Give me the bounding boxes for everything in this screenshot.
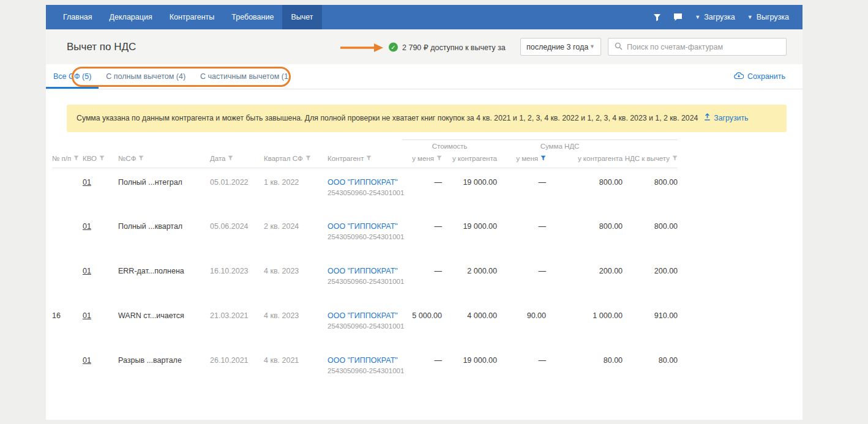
- nav-tab-contractors[interactable]: Контрагенты: [161, 5, 223, 29]
- chat-icon[interactable]: [673, 13, 683, 21]
- vat-contractor-value: 800.00: [546, 212, 623, 257]
- kvo-link[interactable]: 01: [83, 178, 91, 187]
- invoice-number: Полный ...квартал: [118, 212, 210, 257]
- sort-icon[interactable]: [138, 155, 144, 161]
- period-select[interactable]: последние 3 года ▼: [520, 38, 601, 56]
- sort-icon[interactable]: [228, 155, 233, 161]
- kvo-link[interactable]: 01: [83, 311, 91, 320]
- contractor-inn: 2543050960-254301001: [327, 367, 402, 374]
- nav-tab-declaration[interactable]: Декларация: [101, 5, 161, 29]
- col-header-invoice[interactable]: №СФ: [118, 151, 210, 168]
- load-menu-label: Загрузка: [704, 13, 735, 21]
- contractor-inn: 2543050960-254301001: [327, 233, 402, 240]
- sort-icon[interactable]: [366, 155, 372, 161]
- search-input[interactable]: [627, 43, 780, 51]
- contractor-inn: 2543050960-254301001: [327, 189, 402, 196]
- nav-tab-deduction[interactable]: Вычет: [282, 5, 321, 29]
- col-header-vat-contractor[interactable]: у контрагента: [546, 151, 623, 168]
- kvo-link[interactable]: 01: [83, 356, 91, 365]
- tab-all-invoices[interactable]: Все СФ (5): [46, 64, 99, 89]
- invoice-quarter: 4 кв. 2021: [264, 346, 327, 391]
- page-title: Вычет по НДС: [67, 41, 136, 53]
- kvo-cell: 01: [83, 212, 118, 257]
- col-header-date[interactable]: Дата: [210, 151, 264, 168]
- cost-contractor-value: 2 000.00: [442, 257, 497, 302]
- kvo-cell: 01: [83, 346, 118, 391]
- invoice-date: 16.10.2023: [210, 257, 264, 302]
- table-row: 16 01 WARN ст...ичается 21.03.2021 4 кв.…: [52, 302, 678, 346]
- table-row: 01 Разрыв ...вартале 26.10.2021 4 кв. 20…: [52, 346, 678, 391]
- col-header-quarter[interactable]: Квартал СФ: [264, 151, 327, 168]
- contractor-link[interactable]: ООО "ГИППОКРАТ": [327, 356, 398, 365]
- filter-icon[interactable]: [653, 13, 661, 21]
- col-header-cost-mine[interactable]: у меня: [402, 151, 442, 168]
- col-header-contractor[interactable]: Контрагент: [327, 151, 402, 168]
- contractor-cell: ООО "ГИППОКРАТ" 2543050960-254301001: [327, 168, 402, 212]
- column-header-row: № п/п КВО №СФ Дата Квартал СФ Контрагент…: [52, 151, 678, 168]
- nav-tab-requirement[interactable]: Требование: [223, 5, 282, 29]
- kvo-cell: 01: [83, 257, 118, 302]
- table-row: 01 Полный ...нтеграл 05.01.2022 1 кв. 20…: [52, 168, 678, 212]
- tab-partial-deduction[interactable]: С частичным вычетом (1): [193, 64, 298, 89]
- col-header-deduction[interactable]: НДС к вычету: [623, 151, 678, 168]
- vat-mine-value: —: [497, 346, 546, 391]
- upload-icon: [704, 113, 711, 124]
- contractor-link[interactable]: ООО "ГИППОКРАТ": [327, 267, 398, 275]
- table-row: 01 ERR-дат...полнена 16.10.2023 4 кв. 20…: [52, 257, 678, 302]
- kvo-link[interactable]: 01: [83, 222, 91, 231]
- col-header-cost-contractor[interactable]: у контрагента: [442, 151, 497, 168]
- save-label: Сохранить: [747, 72, 785, 81]
- tab-full-deduction[interactable]: С полным вычетом (4): [99, 64, 193, 89]
- contractor-inn: 2543050960-254301001: [327, 322, 402, 330]
- col-header-vat-mine[interactable]: у меня: [497, 151, 546, 168]
- deduction-value: 800.00: [623, 168, 678, 212]
- sort-icon[interactable]: [436, 155, 442, 161]
- vat-mine-value: —: [497, 212, 546, 257]
- save-button[interactable]: Сохранить: [734, 72, 785, 81]
- col-header-num[interactable]: № п/п: [52, 151, 83, 168]
- sort-icon[interactable]: [99, 155, 105, 161]
- row-number: [52, 346, 83, 391]
- vat-mine-value: —: [497, 257, 546, 302]
- check-icon: ✓: [389, 42, 398, 51]
- invoice-quarter: 4 кв. 2023: [264, 257, 327, 302]
- row-number: [52, 212, 83, 257]
- vat-contractor-value: 80.00: [546, 346, 623, 391]
- invoice-number: Разрыв ...вартале: [118, 346, 210, 391]
- cloud-download-icon: [734, 72, 744, 81]
- sort-icon-active[interactable]: [541, 155, 546, 161]
- sort-icon[interactable]: [73, 155, 79, 161]
- summary-text: 2 790 ₽ доступно к вычету за: [402, 42, 506, 51]
- upload-books-link[interactable]: Загрузить: [704, 113, 748, 124]
- cost-contractor-value: 19 000.00: [442, 346, 497, 391]
- col-header-kvo[interactable]: КВО: [83, 151, 118, 168]
- sort-icon[interactable]: [672, 155, 678, 161]
- export-menu[interactable]: ▼ Выгрузка: [747, 13, 789, 21]
- nav-tab-home[interactable]: Главная: [54, 5, 101, 29]
- vat-mine-value: —: [497, 168, 546, 212]
- contractor-link[interactable]: ООО "ГИППОКРАТ": [327, 222, 398, 231]
- invoice-date: 21.03.2021: [210, 302, 264, 346]
- export-menu-label: Выгрузка: [757, 13, 789, 21]
- deduction-summary: ✓ 2 790 ₽ доступно к вычету за: [389, 42, 506, 51]
- invoice-date: 05.06.2024: [210, 212, 264, 257]
- invoice-quarter: 1 кв. 2022: [264, 168, 327, 212]
- warning-banner: Сумма указана по данным контрагента и мо…: [67, 105, 787, 132]
- contractor-link[interactable]: ООО "ГИППОКРАТ": [327, 311, 398, 320]
- load-menu[interactable]: ▼ Загрузка: [695, 13, 735, 21]
- chevron-down-icon: ▼: [747, 15, 753, 20]
- nav-tabs: Главная Декларация Контрагенты Требовани…: [54, 5, 322, 29]
- vat-contractor-value: 200.00: [546, 257, 623, 302]
- cost-mine-value: —: [402, 257, 442, 302]
- contractor-cell: ООО "ГИППОКРАТ" 2543050960-254301001: [327, 346, 402, 391]
- kvo-cell: 01: [83, 168, 118, 212]
- upload-label: Загрузить: [714, 113, 748, 124]
- group-header-cost: Стоимость: [402, 139, 497, 151]
- row-number: 16: [52, 302, 83, 346]
- contractor-link[interactable]: ООО "ГИППОКРАТ": [327, 178, 398, 187]
- vat-contractor-value: 1 000.00: [546, 302, 623, 346]
- filter-tabs: Все СФ (5) С полным вычетом (4) С частич…: [46, 64, 803, 89]
- chevron-down-icon: ▼: [695, 15, 700, 20]
- kvo-link[interactable]: 01: [83, 267, 91, 275]
- sort-icon[interactable]: [305, 155, 311, 161]
